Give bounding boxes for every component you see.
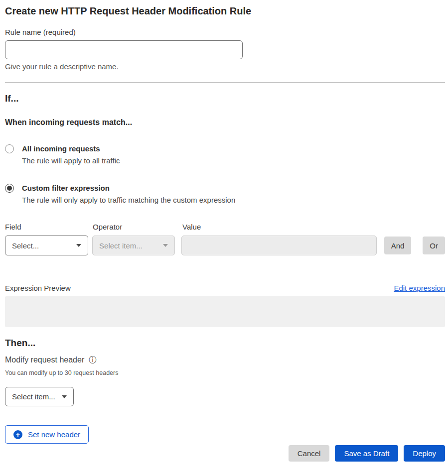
expression-builder-labels: Field Operator Value xyxy=(5,223,445,232)
radio-button-icon[interactable] xyxy=(5,184,14,193)
cancel-button[interactable]: Cancel xyxy=(289,445,330,462)
rule-name-label: Rule name (required) xyxy=(5,28,445,37)
rule-name-input[interactable] xyxy=(5,40,243,59)
operator-select[interactable]: Select item... xyxy=(92,236,175,255)
or-button[interactable]: Or xyxy=(423,237,445,254)
save-as-draft-button[interactable]: Save as Draft xyxy=(335,445,398,462)
set-new-header-button[interactable]: + Set new header xyxy=(5,425,89,444)
radio-button-icon[interactable] xyxy=(5,144,14,153)
section-divider xyxy=(5,82,445,83)
info-icon[interactable]: ⓘ xyxy=(89,355,97,365)
header-action-select-value: Select item... xyxy=(12,392,55,401)
modify-request-header-label: Modify request header xyxy=(5,355,84,365)
then-heading: Then... xyxy=(5,337,445,349)
create-rule-page: Create new HTTP Request Header Modificat… xyxy=(0,0,448,472)
and-button[interactable]: And xyxy=(384,237,412,254)
radio-texts: Custom filter expression The rule will o… xyxy=(22,183,235,205)
expression-preview-header: Expression Preview Edit expression xyxy=(5,283,445,293)
edit-expression-link[interactable]: Edit expression xyxy=(394,283,445,293)
field-label: Field xyxy=(5,223,93,232)
chevron-down-icon xyxy=(62,395,67,398)
modify-header-row: Modify request header ⓘ xyxy=(5,355,445,365)
page-title: Create new HTTP Request Header Modificat… xyxy=(5,4,445,18)
value-input[interactable] xyxy=(181,236,377,255)
option-label[interactable]: Custom filter expression xyxy=(22,183,235,193)
modify-header-hint: You can modify up to 30 request headers xyxy=(5,369,445,377)
chevron-down-icon xyxy=(76,244,81,247)
field-select-value: Select... xyxy=(12,241,39,250)
option-description: The rule will apply to all traffic xyxy=(22,156,120,165)
set-new-header-label: Set new header xyxy=(28,430,80,439)
chevron-down-icon xyxy=(163,244,168,247)
rule-name-help: Give your rule a descriptive name. xyxy=(5,62,445,71)
option-description: The rule will only apply to traffic matc… xyxy=(22,195,235,205)
plus-icon: + xyxy=(13,430,22,439)
expression-preview-label: Expression Preview xyxy=(5,283,71,293)
value-label: Value xyxy=(182,223,379,232)
if-heading: If... xyxy=(5,93,445,105)
operator-label: Operator xyxy=(93,223,182,232)
option-label[interactable]: All incoming requests xyxy=(22,144,120,153)
option-all-incoming-requests[interactable]: All incoming requests The rule will appl… xyxy=(5,144,445,165)
option-custom-filter-expression[interactable]: Custom filter expression The rule will o… xyxy=(5,183,445,205)
expression-preview-box xyxy=(5,296,445,327)
operator-select-value: Select item... xyxy=(99,241,143,250)
footer-actions: Cancel Save as Draft Deploy xyxy=(5,445,445,462)
match-subheading: When incoming requests match... xyxy=(5,118,445,127)
deploy-button[interactable]: Deploy xyxy=(404,445,445,462)
header-action-select[interactable]: Select item... xyxy=(5,387,74,406)
radio-texts: All incoming requests The rule will appl… xyxy=(22,144,120,165)
expression-builder-row: Select... Select item... And Or xyxy=(5,236,445,255)
field-select[interactable]: Select... xyxy=(5,236,88,255)
